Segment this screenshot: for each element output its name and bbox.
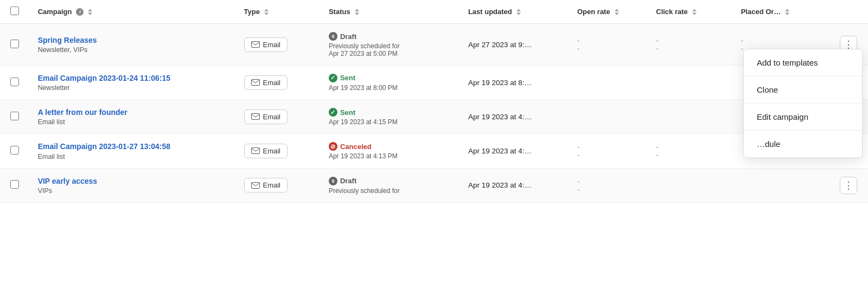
- sort-down-icon: [615, 12, 619, 15]
- row-clickrate-cell: [647, 168, 732, 202]
- table-header-row: Campaign i Type: [0, 0, 868, 24]
- row-lastupdated-cell: Apr 19 2023 at 4:…: [459, 168, 569, 202]
- sort-down-icon: [88, 12, 92, 15]
- type-badge: Email: [244, 75, 288, 90]
- campaign-info-icon: i: [76, 8, 84, 16]
- status-label: Sent: [340, 74, 355, 82]
- status-badge: ✓Sent: [329, 108, 355, 117]
- svg-rect-1: [251, 80, 259, 86]
- actions-dropdown-menu: Add to templatesCloneEdit campaign…duleD…: [743, 49, 863, 158]
- campaign-name-link[interactable]: VIP early access: [38, 176, 227, 186]
- campaign-subtitle: VIPs: [38, 187, 227, 195]
- lastupdated-sort-arrows[interactable]: [516, 9, 521, 15]
- sort-up-icon: [785, 9, 789, 11]
- row-campaign-cell: A letter from our founderEmail list: [29, 100, 235, 134]
- row-status-cell: IIDraftPreviously scheduled for: [320, 168, 459, 202]
- svg-rect-4: [251, 182, 259, 188]
- status-badge: IIDraft: [329, 177, 356, 185]
- row-campaign-cell: Email Campaign 2023-01-27 13:04:58Email …: [29, 134, 235, 168]
- header-checkbox-col: [0, 0, 29, 24]
- campaign-sort-arrows[interactable]: [88, 9, 92, 15]
- row-checkbox[interactable]: [10, 40, 19, 48]
- row-lastupdated-cell: Apr 19 2023 at 8:…: [459, 66, 569, 100]
- campaign-subtitle: Email list: [38, 153, 227, 160]
- svg-rect-0: [251, 42, 259, 48]
- status-sub-text: Previously scheduled for Apr 27 2023 at …: [329, 42, 451, 57]
- sort-down-icon: [355, 12, 359, 15]
- dropdown-item-reschedule[interactable]: …dule: [744, 131, 862, 158]
- canceled-status-icon: ⊘: [329, 142, 337, 151]
- row-openrate-cell: --: [569, 134, 647, 168]
- campaigns-table-wrapper: Campaign i Type: [0, 0, 868, 203]
- row-checkbox-cell: [0, 168, 29, 202]
- header-clickrate[interactable]: Click rate: [647, 0, 732, 24]
- mail-icon: [251, 147, 260, 154]
- openrate-sort-arrows[interactable]: [615, 9, 619, 15]
- status-sub-text: Previously scheduled for: [329, 187, 451, 195]
- mail-icon: [251, 41, 260, 48]
- click-rate-value: -: [656, 151, 723, 159]
- header-campaign[interactable]: Campaign i: [29, 0, 235, 24]
- type-label: Email: [263, 41, 281, 49]
- status-label: Canceled: [340, 143, 372, 151]
- header-placed[interactable]: Placed Or…: [732, 0, 829, 24]
- row-checkbox[interactable]: [10, 146, 19, 155]
- row-type-cell: Email: [235, 24, 320, 66]
- campaign-name-link[interactable]: A letter from our founder: [38, 107, 227, 117]
- type-sort-arrows[interactable]: [264, 9, 269, 15]
- draft-status-icon: II: [329, 177, 337, 185]
- type-badge: Email: [244, 144, 288, 158]
- sort-up-icon: [615, 9, 619, 11]
- header-openrate[interactable]: Open rate: [569, 0, 647, 24]
- row-campaign-cell: Email Campaign 2023-01-24 11:06:15Newsle…: [29, 66, 235, 100]
- dropdown-item-edit-campaign[interactable]: Edit campaign: [744, 104, 862, 131]
- type-label: Email: [263, 147, 281, 155]
- header-status-label: Status: [329, 8, 350, 16]
- row-status-cell: ✓SentApr 19 2023 at 8:00 PM: [320, 66, 459, 100]
- header-lastupdated-label: Last updated: [468, 8, 512, 16]
- table-row: VIP early accessVIPs EmailIIDraftPreviou…: [0, 168, 868, 202]
- row-actions-button[interactable]: ⋮: [840, 177, 857, 194]
- status-badge: ⊘Canceled: [329, 142, 372, 151]
- sent-status-icon: ✓: [329, 108, 337, 117]
- draft-status-icon: II: [329, 32, 337, 41]
- sort-up-icon: [516, 9, 521, 11]
- clickrate-sort-arrows[interactable]: [692, 9, 697, 15]
- sort-down-icon: [785, 12, 789, 15]
- campaign-subtitle: Email list: [38, 118, 227, 126]
- click-rate-value: -: [656, 36, 723, 44]
- campaign-name-link[interactable]: Spring Releases: [38, 35, 227, 45]
- dropdown-item-add-to-templates[interactable]: Add to templates: [744, 49, 862, 76]
- row-openrate-cell: [569, 66, 647, 100]
- row-checkbox[interactable]: [10, 180, 19, 189]
- table-row: Email Campaign 2023-01-27 13:04:58Email …: [0, 134, 868, 168]
- select-all-checkbox[interactable]: [10, 7, 19, 15]
- placed-sort-arrows[interactable]: [785, 9, 789, 15]
- click-rate-value: -: [656, 44, 723, 53]
- status-sort-arrows[interactable]: [355, 9, 359, 15]
- open-rate-value: -: [577, 44, 639, 53]
- row-checkbox-cell: [0, 134, 29, 168]
- header-status[interactable]: Status: [320, 0, 459, 24]
- row-checkbox[interactable]: [10, 78, 19, 86]
- table-row: A letter from our founderEmail list Emai…: [0, 100, 868, 134]
- svg-rect-3: [251, 148, 259, 154]
- campaign-name-link[interactable]: Email Campaign 2023-01-27 13:04:58: [38, 142, 227, 151]
- open-rate-value: -: [577, 185, 639, 194]
- header-actions: [829, 0, 868, 24]
- open-rate-value: -: [577, 177, 639, 185]
- type-label: Email: [263, 113, 281, 121]
- placed-value: -: [741, 36, 821, 44]
- click-rate-value: -: [656, 143, 723, 151]
- row-checkbox[interactable]: [10, 112, 19, 120]
- dropdown-item-clone[interactable]: Clone: [744, 76, 862, 104]
- header-clickrate-label: Click rate: [656, 8, 688, 16]
- header-lastupdated[interactable]: Last updated: [459, 0, 569, 24]
- campaign-name-link[interactable]: Email Campaign 2023-01-24 11:06:15: [38, 73, 227, 83]
- header-type[interactable]: Type: [235, 0, 320, 24]
- campaign-subtitle: Newsletter: [38, 84, 227, 92]
- status-sub-text: Apr 19 2023 at 8:00 PM: [329, 84, 451, 92]
- sort-up-icon: [264, 9, 269, 11]
- open-rate-value: -: [577, 143, 639, 151]
- type-label: Email: [263, 79, 281, 87]
